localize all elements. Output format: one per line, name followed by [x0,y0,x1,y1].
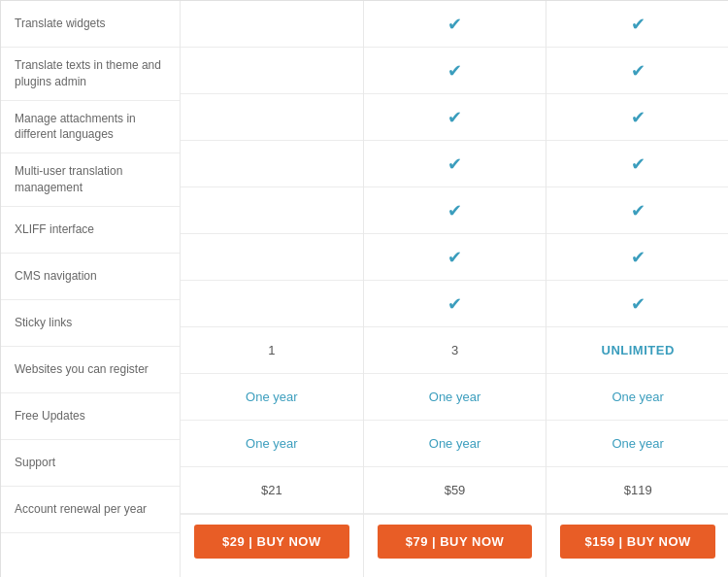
plan-unlimited-cms [546,234,728,281]
renewal-value-personal: $21 [261,483,282,497]
feature-label-xliff: XLIFF interface [1,207,180,254]
plan-unlimited-xliff [546,187,728,234]
plan-business-support: One year [364,421,546,467]
updates-value-business: One year [429,390,480,404]
plan-personal-manage-attach [181,94,363,141]
plan-personal-renewal: $21 [181,467,363,514]
plan-unlimited-support: One year [546,421,728,467]
feature-label-translate-widgets: Translate widgets [1,1,180,48]
plan-business-renewal: $59 [364,467,546,514]
websites-value-business: 3 [451,343,458,357]
buy-button-unlimited[interactable]: $159 | BUY NOW [560,525,715,559]
feature-label-translate-texts: Translate texts in theme and plugins adm… [1,48,180,101]
check-icon-unlimited-xliff [631,200,645,221]
websites-value-personal: 1 [268,343,275,357]
plan-column-business: 3One yearOne year$59$79 | BUY NOW [364,1,547,577]
buy-cell-business: $79 | BUY NOW [364,514,546,568]
renewal-value-business: $59 [445,483,466,497]
plan-personal-sticky [181,281,363,327]
check-icon-unlimited-cms [631,247,645,268]
feature-label-manage-attach: Manage attachments in different language… [1,101,180,154]
check-icon-unlimited-translate-texts [631,60,645,82]
buy-cell-unlimited: $159 | BUY NOW [546,514,728,568]
plan-personal-support: One year [181,421,363,467]
feature-label-cms: CMS navigation [1,254,180,300]
plan-personal-cms [181,234,363,281]
plan-personal-updates: One year [181,374,363,421]
plan-business-manage-attach [364,94,546,141]
plan-personal-websites: 1 [181,327,363,374]
feature-label-multi-user: Multi-user translation management [1,153,180,207]
support-value-personal: One year [246,436,297,451]
buy-button-business[interactable]: $79 | BUY NOW [378,525,533,559]
plan-unlimited-sticky [546,281,728,327]
plan-column-unlimited: UNLIMITEDOne yearOne year$119$159 | BUY … [546,1,728,577]
plan-business-updates: One year [364,374,546,421]
plan-unlimited-multi-user [546,141,728,187]
check-icon-unlimited-sticky [631,293,645,315]
feature-label-sticky: Sticky links [1,300,180,347]
check-icon-business-manage-attach [447,107,462,128]
check-icon-business-translate-widgets [447,14,462,35]
plan-personal-xliff [181,187,363,234]
check-icon-business-translate-texts [447,60,462,82]
pricing-table: Translate widgetsTranslate texts in them… [0,0,728,577]
check-icon-business-sticky [447,293,462,315]
plan-unlimited-translate-widgets [546,1,728,48]
check-icon-business-cms [447,247,462,268]
feature-label-websites: Websites you can register [1,347,180,393]
plan-business-multi-user [364,141,546,187]
plan-unlimited-renewal: $119 [546,467,728,514]
feature-column: Translate widgetsTranslate texts in them… [1,1,181,577]
buy-cell-personal: $29 | BUY NOW [181,514,363,568]
support-value-unlimited: One year [612,436,663,451]
buy-button-personal[interactable]: $29 | BUY NOW [194,525,349,559]
plan-business-translate-texts [364,48,546,94]
feature-label-renewal: Account renewal per year [1,487,180,533]
plan-business-websites: 3 [364,327,546,374]
plan-personal-translate-widgets [181,1,363,48]
feature-label-support: Support [1,440,180,487]
plan-business-cms [364,234,546,281]
renewal-value-unlimited: $119 [624,483,652,497]
check-icon-business-xliff [447,200,462,221]
check-icon-unlimited-manage-attach [631,107,645,128]
check-icon-business-multi-user [447,153,462,175]
check-icon-unlimited-translate-widgets [631,14,645,35]
check-icon-unlimited-multi-user [631,153,645,175]
plan-personal-translate-texts [181,48,363,94]
plan-personal-multi-user [181,141,363,187]
unlimited-badge-unlimited: UNLIMITED [602,343,675,357]
updates-value-personal: One year [246,390,297,404]
plan-unlimited-manage-attach [546,94,728,141]
plan-column-personal: 1One yearOne year$21$29 | BUY NOW [181,1,364,577]
plan-unlimited-websites: UNLIMITED [546,327,728,374]
plan-business-sticky [364,281,546,327]
plan-unlimited-updates: One year [546,374,728,421]
updates-value-unlimited: One year [612,390,663,404]
plan-business-xliff [364,187,546,234]
plan-unlimited-translate-texts [546,48,728,94]
plan-business-translate-widgets [364,1,546,48]
feature-label-updates: Free Updates [1,393,180,440]
support-value-business: One year [429,436,480,451]
